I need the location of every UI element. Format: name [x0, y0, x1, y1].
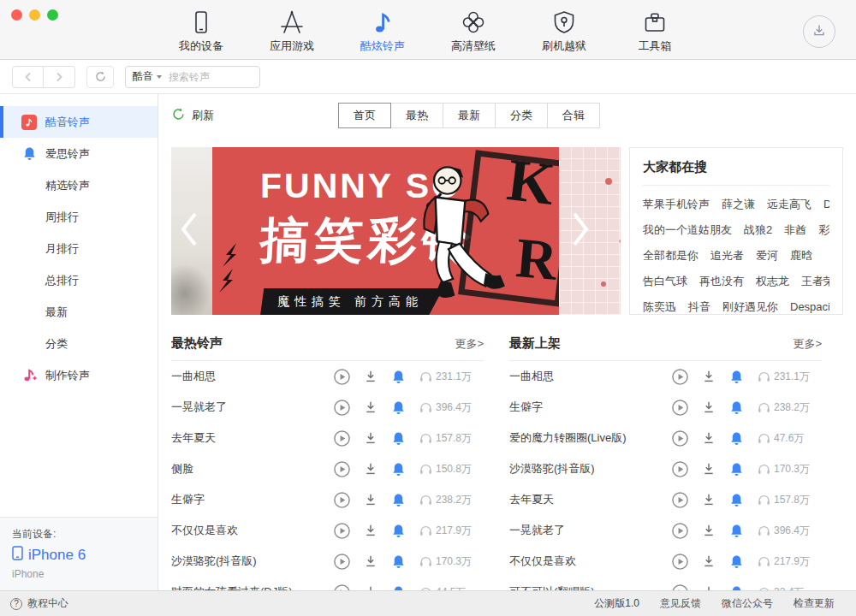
- ringtone-title[interactable]: 对面的女孩看过来(DJ版): [171, 584, 333, 590]
- hot-search-term[interactable]: 我的一个道姑朋友: [643, 223, 732, 236]
- hot-search-term[interactable]: 苹果手机铃声: [643, 198, 710, 210]
- set-ringtone-bell-button[interactable]: [728, 523, 745, 539]
- download-manager-button[interactable]: [803, 15, 835, 48]
- play-button[interactable]: [671, 399, 689, 417]
- back-button[interactable]: [12, 66, 44, 88]
- more-link[interactable]: 更多>: [793, 336, 822, 352]
- banner-slide-funny-ringtones[interactable]: FUNNY SO 搞笑彩铃 魔性搞笑 前方高能 K R: [212, 147, 559, 315]
- device-name-link[interactable]: iPhone 6: [12, 546, 146, 565]
- ringtone-title[interactable]: 一曲相思: [171, 369, 333, 384]
- carousel-prev-button[interactable]: [178, 210, 200, 252]
- download-button[interactable]: [363, 400, 378, 415]
- hot-search-term[interactable]: 告白气球: [643, 275, 687, 287]
- nav-item-apps-games[interactable]: 应用游戏: [255, 6, 329, 54]
- nav-item-wallpapers[interactable]: 高清壁纸: [437, 6, 510, 54]
- download-button[interactable]: [701, 492, 716, 507]
- nav-item-ringtones[interactable]: 酷炫铃声: [346, 6, 419, 54]
- set-ringtone-bell-button[interactable]: [390, 369, 407, 385]
- download-button[interactable]: [363, 584, 378, 590]
- nav-item-toolbox[interactable]: 工具箱: [618, 6, 692, 54]
- play-button[interactable]: [671, 429, 689, 447]
- set-ringtone-bell-button[interactable]: [728, 584, 745, 591]
- ringtone-title[interactable]: 侧脸: [171, 461, 333, 477]
- set-ringtone-bell-button[interactable]: [390, 523, 407, 539]
- hot-search-term[interactable]: 全部都是你: [643, 249, 698, 262]
- hot-search-term[interactable]: Despacito: [790, 300, 829, 313]
- ringtone-title[interactable]: 不仅仅是喜欢: [171, 523, 333, 538]
- banner-carousel[interactable]: FUNNY SO 搞笑彩铃 魔性搞笑 前方高能 K R: [171, 147, 621, 315]
- hot-search-term[interactable]: 王者荣耀: [801, 275, 829, 287]
- ringtone-title[interactable]: 爱的魔力转圈圈(Live版): [509, 430, 671, 446]
- play-button[interactable]: [333, 583, 351, 591]
- ringtone-title[interactable]: 一曲相思: [509, 369, 671, 384]
- sidebar-item-weekly-rank[interactable]: 周排行: [0, 201, 158, 233]
- download-button[interactable]: [701, 369, 716, 384]
- hot-search-term[interactable]: 薛之谦: [722, 198, 755, 210]
- download-button[interactable]: [363, 369, 378, 384]
- nav-item-my-device[interactable]: 我的设备: [164, 6, 238, 54]
- tab-collections[interactable]: 合辑: [547, 103, 600, 128]
- ringtone-title[interactable]: 沙漠骆驼(抖音版): [509, 461, 671, 477]
- hot-search-term[interactable]: DJ: [823, 198, 829, 210]
- hot-search-term[interactable]: 抖音: [688, 300, 710, 313]
- set-ringtone-bell-button[interactable]: [390, 584, 407, 591]
- play-button[interactable]: [333, 429, 351, 447]
- tab-newest[interactable]: 最新: [443, 103, 496, 128]
- play-button[interactable]: [671, 368, 689, 386]
- ringtone-title[interactable]: 不仅仅是喜欢: [509, 554, 671, 569]
- forward-button[interactable]: [44, 66, 75, 88]
- hot-search-term[interactable]: 战狼2: [744, 223, 772, 236]
- check-update-link[interactable]: 检查更新: [794, 596, 835, 611]
- set-ringtone-bell-button[interactable]: [390, 492, 407, 508]
- search-category-select[interactable]: 酷音: [133, 69, 162, 84]
- carousel-next-button[interactable]: [569, 210, 591, 252]
- play-button[interactable]: [333, 491, 351, 509]
- set-ringtone-bell-button[interactable]: [728, 554, 745, 570]
- download-button[interactable]: [363, 492, 378, 507]
- play-button[interactable]: [671, 491, 689, 509]
- ringtone-title[interactable]: 生僻字: [171, 492, 333, 507]
- download-button[interactable]: [701, 584, 716, 590]
- play-button[interactable]: [333, 399, 351, 417]
- sidebar-item-monthly-rank[interactable]: 月排行: [0, 233, 158, 264]
- download-button[interactable]: [701, 400, 716, 415]
- play-button[interactable]: [671, 583, 689, 591]
- hot-search-term[interactable]: 彩铃: [818, 223, 829, 236]
- download-button[interactable]: [701, 430, 716, 446]
- download-button[interactable]: [363, 461, 378, 477]
- sidebar-item-make-ringtone[interactable]: 制作铃声: [0, 359, 158, 391]
- ringtone-title[interactable]: 去年夏天: [509, 492, 671, 507]
- hot-search-term[interactable]: 追光者: [710, 249, 744, 262]
- play-button[interactable]: [333, 368, 351, 386]
- sidebar-item-total-rank[interactable]: 总排行: [0, 264, 158, 296]
- hot-search-term[interactable]: 鹿晗: [790, 249, 812, 262]
- reload-button[interactable]: [86, 66, 114, 88]
- download-button[interactable]: [701, 554, 716, 569]
- tab-categories[interactable]: 分类: [495, 103, 548, 128]
- play-button[interactable]: [671, 553, 689, 571]
- set-ringtone-bell-button[interactable]: [390, 461, 407, 477]
- hot-search-term[interactable]: 非酋: [784, 223, 806, 236]
- set-ringtone-bell-button[interactable]: [728, 492, 745, 508]
- set-ringtone-bell-button[interactable]: [728, 461, 745, 477]
- download-button[interactable]: [701, 523, 716, 538]
- set-ringtone-bell-button[interactable]: [390, 430, 407, 447]
- set-ringtone-bell-button[interactable]: [728, 369, 745, 385]
- hot-search-term[interactable]: 远走高飞: [767, 198, 811, 210]
- refresh-button[interactable]: 刷新: [171, 107, 214, 124]
- play-button[interactable]: [333, 460, 351, 478]
- play-button[interactable]: [671, 460, 689, 478]
- ringtone-title[interactable]: 去年夏天: [171, 430, 333, 446]
- set-ringtone-bell-button[interactable]: [728, 430, 745, 447]
- nav-item-jailbreak[interactable]: 刷机越狱: [527, 6, 601, 54]
- ringtone-title[interactable]: 生僻字: [509, 400, 671, 415]
- feedback-link[interactable]: 意见反馈: [660, 596, 701, 611]
- hot-search-term[interactable]: 再也没有: [699, 275, 744, 287]
- hot-search-term[interactable]: 权志龙: [756, 275, 789, 287]
- tab-home[interactable]: 首页: [338, 103, 391, 128]
- ringtone-title[interactable]: 沙漠骆驼(抖音版): [171, 554, 333, 569]
- sidebar-item-featured-ringtones[interactable]: 精选铃声: [0, 169, 158, 201]
- play-button[interactable]: [333, 553, 351, 571]
- download-button[interactable]: [363, 554, 378, 569]
- download-button[interactable]: [363, 523, 378, 538]
